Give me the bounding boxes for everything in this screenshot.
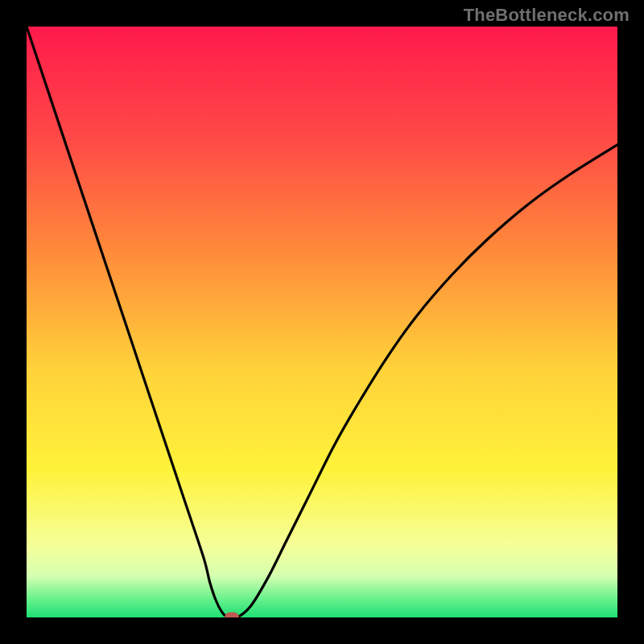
bottleneck-curve [27, 27, 617, 617]
chart-frame: TheBottleneck.com [0, 0, 644, 644]
optimal-marker [225, 613, 239, 618]
plot-area [27, 27, 617, 617]
watermark-text: TheBottleneck.com [464, 5, 630, 26]
